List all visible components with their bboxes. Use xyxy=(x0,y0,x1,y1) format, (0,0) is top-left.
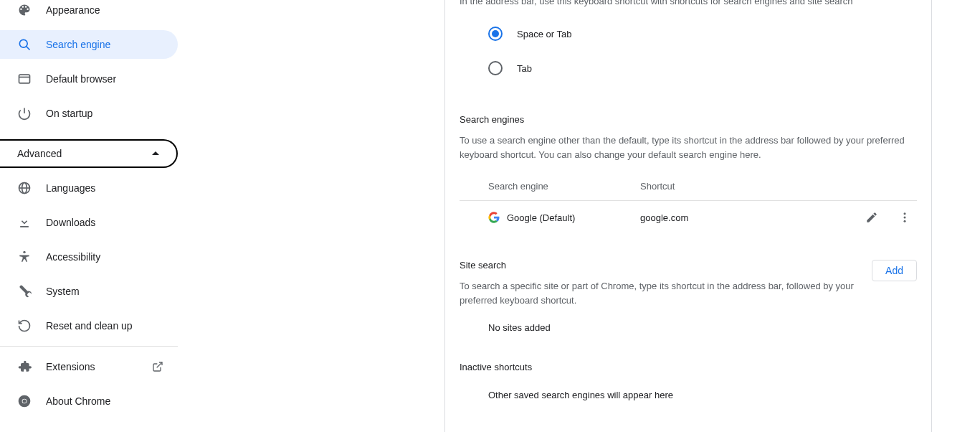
sidebar-item-extensions[interactable]: Extensions xyxy=(0,352,178,381)
sidebar-divider xyxy=(0,346,178,347)
sidebar-item-label: Search engine xyxy=(46,39,178,50)
globe-icon xyxy=(17,181,32,195)
more-vert-icon[interactable] xyxy=(898,211,911,224)
site-search-empty: No sites added xyxy=(460,314,917,342)
radio-label: Tab xyxy=(517,63,532,74)
power-icon xyxy=(17,106,32,121)
inactive-shortcuts-empty: Other saved search engines will appear h… xyxy=(460,381,917,409)
edit-icon[interactable] xyxy=(865,211,878,224)
svg-point-7 xyxy=(23,251,25,253)
sidebar-item-label: System xyxy=(46,286,178,297)
column-header-shortcut: Shortcut xyxy=(640,181,917,192)
restore-icon xyxy=(17,319,32,333)
inactive-shortcuts-title: Inactive shortcuts xyxy=(460,362,917,372)
advanced-label: Advanced xyxy=(17,148,62,159)
radio-unselected-icon xyxy=(488,61,503,75)
svg-line-8 xyxy=(157,362,162,367)
sidebar-item-search-engine[interactable]: Search engine xyxy=(0,30,178,59)
sidebar-item-label: Reset and clean up xyxy=(46,320,178,332)
radio-space-or-tab[interactable]: Space or Tab xyxy=(460,17,917,51)
chevron-up-icon xyxy=(152,150,159,157)
sidebar-item-label: About Chrome xyxy=(46,395,178,407)
column-header-engine: Search engine xyxy=(488,181,640,192)
palette-icon xyxy=(17,3,32,17)
open-in-new-icon xyxy=(152,361,163,372)
sidebar-item-reset[interactable]: Reset and clean up xyxy=(0,311,178,340)
sidebar-item-downloads[interactable]: Downloads xyxy=(0,208,178,237)
chrome-icon xyxy=(17,394,32,408)
sidebar-item-label: Accessibility xyxy=(46,251,178,263)
sidebar-item-on-startup[interactable]: On startup xyxy=(0,99,178,128)
search-engine-row-google: Google (Default) google.com xyxy=(460,201,917,234)
sidebar-item-default-browser[interactable]: Default browser xyxy=(0,65,178,93)
sidebar-item-languages[interactable]: Languages xyxy=(0,174,178,202)
radio-label: Space or Tab xyxy=(517,29,571,39)
settings-content: In the address bar, use this keyboard sh… xyxy=(444,0,932,432)
extension-icon xyxy=(17,360,32,374)
sidebar-item-label: Languages xyxy=(46,182,178,194)
svg-point-0 xyxy=(19,39,27,47)
sidebar-item-about[interactable]: About Chrome xyxy=(0,387,178,415)
radio-selected-icon xyxy=(488,27,503,41)
wrench-icon xyxy=(17,284,32,299)
sidebar-item-appearance[interactable]: Appearance xyxy=(0,0,178,24)
site-search-title: Site search xyxy=(460,260,857,271)
sidebar-item-label: Downloads xyxy=(46,217,178,228)
search-engines-desc: To use a search engine other than the de… xyxy=(460,133,917,162)
engine-name: Google (Default) xyxy=(507,212,640,223)
google-favicon xyxy=(488,212,500,223)
search-engines-table-header: Search engine Shortcut xyxy=(460,172,917,201)
add-button[interactable]: Add xyxy=(872,260,917,281)
settings-sidebar: Appearance Search engine Default browser… xyxy=(0,0,178,432)
sidebar-item-accessibility[interactable]: Accessibility xyxy=(0,243,178,271)
search-engines-title: Search engines xyxy=(460,114,917,125)
engine-shortcut: google.com xyxy=(640,212,865,223)
sidebar-advanced-toggle[interactable]: Advanced xyxy=(0,139,178,168)
sidebar-item-label: On startup xyxy=(46,108,178,119)
sidebar-item-label: Extensions xyxy=(46,361,152,372)
browser-icon xyxy=(17,72,32,86)
site-search-desc: To search a specific site or part of Chr… xyxy=(460,279,857,308)
sidebar-item-system[interactable]: System xyxy=(0,277,178,306)
svg-point-13 xyxy=(904,217,906,219)
search-icon xyxy=(17,37,32,52)
accessibility-icon xyxy=(17,250,32,264)
svg-point-14 xyxy=(904,220,906,222)
sidebar-item-label: Default browser xyxy=(46,73,178,85)
sidebar-item-label: Appearance xyxy=(46,4,178,16)
svg-rect-2 xyxy=(19,75,30,83)
shortcut-section-desc: In the address bar, use this keyboard sh… xyxy=(460,0,917,6)
download-icon xyxy=(17,215,32,230)
svg-line-1 xyxy=(27,47,30,50)
radio-tab[interactable]: Tab xyxy=(460,51,917,85)
svg-point-12 xyxy=(904,212,906,215)
svg-point-11 xyxy=(23,400,27,403)
